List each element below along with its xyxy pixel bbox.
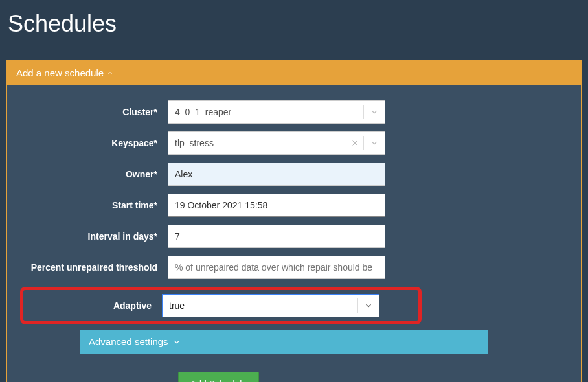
row-start-time: Start time* bbox=[23, 194, 565, 217]
keyspace-value: tlp_stress bbox=[168, 138, 346, 148]
threshold-input-wrap bbox=[168, 256, 385, 279]
start-time-input[interactable] bbox=[168, 194, 385, 216]
divider bbox=[6, 47, 582, 47]
label-adaptive: Adaptive bbox=[23, 300, 162, 311]
label-cluster: Cluster* bbox=[23, 107, 168, 117]
close-icon bbox=[351, 139, 359, 147]
cluster-dropdown-toggle[interactable] bbox=[364, 107, 385, 117]
adaptive-highlight: Adaptive true bbox=[20, 287, 422, 324]
row-adaptive: Adaptive true bbox=[23, 294, 414, 317]
new-schedule-panel: Add a new schedule Cluster* 4_0_1_reaper… bbox=[6, 60, 582, 382]
label-owner: Owner* bbox=[23, 169, 168, 179]
owner-input-wrap bbox=[168, 163, 385, 186]
chevron-down-icon bbox=[370, 139, 379, 148]
chevron-down-icon bbox=[172, 337, 181, 346]
panel-header-toggle[interactable]: Add a new schedule bbox=[7, 61, 581, 85]
adaptive-select[interactable]: true bbox=[162, 294, 379, 317]
adaptive-dropdown-toggle[interactable] bbox=[358, 301, 379, 310]
row-owner: Owner* bbox=[23, 163, 565, 186]
panel-header-label: Add a new schedule bbox=[16, 67, 104, 78]
keyspace-select[interactable]: tlp_stress bbox=[168, 131, 385, 155]
add-schedule-button[interactable]: Add Schedule bbox=[178, 372, 259, 382]
threshold-input[interactable] bbox=[168, 256, 385, 278]
submit-row: Add Schedule bbox=[178, 372, 565, 382]
label-start-time: Start time* bbox=[23, 200, 168, 210]
row-keyspace: Keyspace* tlp_stress bbox=[23, 131, 565, 155]
row-threshold: Percent unrepaired threshold bbox=[23, 256, 565, 279]
chevron-down-icon bbox=[364, 301, 373, 310]
label-threshold: Percent unrepaired threshold bbox=[23, 262, 168, 273]
label-interval: Interval in days* bbox=[23, 231, 168, 242]
chevron-down-icon bbox=[370, 107, 379, 117]
keyspace-dropdown-toggle[interactable] bbox=[364, 139, 385, 148]
advanced-settings-label: Advanced settings bbox=[89, 336, 168, 347]
interval-input[interactable] bbox=[168, 225, 385, 247]
adaptive-value: true bbox=[163, 300, 357, 311]
advanced-settings-toggle[interactable]: Advanced settings bbox=[80, 330, 488, 354]
row-cluster: Cluster* 4_0_1_reaper bbox=[23, 100, 565, 124]
row-interval: Interval in days* bbox=[23, 225, 565, 248]
interval-input-wrap bbox=[168, 225, 385, 248]
cluster-select[interactable]: 4_0_1_reaper bbox=[168, 100, 385, 124]
panel-body: Cluster* 4_0_1_reaper Keyspace* tlp_stre… bbox=[7, 85, 581, 382]
start-time-input-wrap bbox=[168, 194, 385, 217]
keyspace-clear-button[interactable] bbox=[346, 139, 363, 147]
chevron-up-icon bbox=[106, 69, 114, 77]
owner-input[interactable] bbox=[168, 163, 385, 185]
label-keyspace: Keyspace* bbox=[23, 138, 168, 148]
page-title: Schedules bbox=[8, 10, 582, 38]
cluster-value: 4_0_1_reaper bbox=[168, 107, 363, 117]
